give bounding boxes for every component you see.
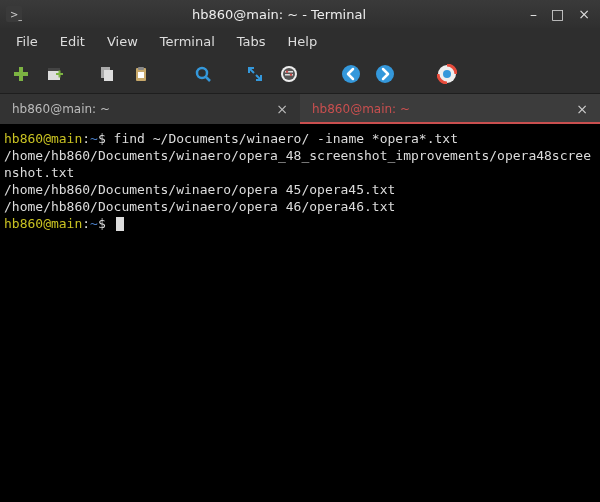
prompt-user: hb860@main <box>4 216 82 231</box>
svg-rect-7 <box>59 70 61 77</box>
copy-icon[interactable] <box>94 61 120 87</box>
terminal-line: hb860@main:~$ <box>4 215 596 232</box>
terminal-line: /home/hb860/Documents/winaero/opera 45/o… <box>4 181 596 198</box>
menubar: File Edit View Terminal Tabs Help <box>0 28 600 54</box>
terminal-output[interactable]: hb860@main:~$ find ~/Documents/winaero/ … <box>0 124 600 502</box>
new-window-icon[interactable] <box>42 61 68 87</box>
tab-terminal-1[interactable]: hb860@main: ~ × <box>0 94 300 124</box>
titlebar: >_ hb860@main: ~ - Terminal – □ × <box>0 0 600 28</box>
maximize-button[interactable]: □ <box>551 7 564 21</box>
menu-edit[interactable]: Edit <box>50 30 95 53</box>
prompt-cwd: ~ <box>90 216 98 231</box>
app-icon: >_ <box>6 6 22 22</box>
prompt-end: $ <box>98 131 106 146</box>
back-icon[interactable] <box>338 61 364 87</box>
settings-icon[interactable] <box>276 61 302 87</box>
minimize-button[interactable]: – <box>530 7 537 21</box>
svg-rect-5 <box>48 68 60 71</box>
svg-rect-3 <box>14 72 28 76</box>
svg-line-14 <box>206 77 210 81</box>
tab-strip: hb860@main: ~ × hb860@main: ~ × <box>0 94 600 124</box>
forward-icon[interactable] <box>372 61 398 87</box>
svg-point-19 <box>286 70 288 72</box>
prompt-user: hb860@main <box>4 131 82 146</box>
svg-rect-9 <box>104 70 113 81</box>
menu-view[interactable]: View <box>97 30 148 53</box>
svg-point-20 <box>290 73 292 75</box>
menu-file[interactable]: File <box>6 30 48 53</box>
close-button[interactable]: × <box>578 7 590 21</box>
window-title: hb860@main: ~ - Terminal <box>28 7 530 22</box>
window-controls: – □ × <box>530 7 594 21</box>
tab-terminal-2[interactable]: hb860@main: ~ × <box>300 94 600 124</box>
command-text: find ~/Documents/winaero/ -iname *opera*… <box>114 131 458 146</box>
tab-label: hb860@main: ~ <box>312 102 410 116</box>
svg-point-22 <box>376 65 394 83</box>
prompt-sep: : <box>82 216 90 231</box>
paste-icon[interactable] <box>128 61 154 87</box>
svg-point-21 <box>342 65 360 83</box>
svg-text:>_: >_ <box>10 9 22 21</box>
tab-label: hb860@main: ~ <box>12 102 110 116</box>
svg-point-13 <box>197 68 207 78</box>
terminal-line: hb860@main:~$ find ~/Documents/winaero/ … <box>4 130 596 147</box>
menu-help[interactable]: Help <box>278 30 328 53</box>
terminal-line: /home/hb860/Documents/winaero/opera_48_s… <box>4 147 596 181</box>
menu-terminal[interactable]: Terminal <box>150 30 225 53</box>
prompt-end: $ <box>98 216 106 231</box>
terminal-line: /home/hb860/Documents/winaero/opera 46/o… <box>4 198 596 215</box>
fullscreen-icon[interactable] <box>242 61 268 87</box>
toolbar <box>0 54 600 94</box>
svg-rect-11 <box>138 67 144 70</box>
menu-tabs[interactable]: Tabs <box>227 30 276 53</box>
svg-rect-12 <box>138 72 144 78</box>
svg-point-24 <box>443 70 451 78</box>
help-icon[interactable] <box>434 61 460 87</box>
prompt-cwd: ~ <box>90 131 98 146</box>
close-icon[interactable]: × <box>576 101 588 117</box>
search-icon[interactable] <box>190 61 216 87</box>
cursor <box>116 217 124 231</box>
close-icon[interactable]: × <box>276 101 288 117</box>
new-tab-icon[interactable] <box>8 61 34 87</box>
prompt-sep: : <box>82 131 90 146</box>
